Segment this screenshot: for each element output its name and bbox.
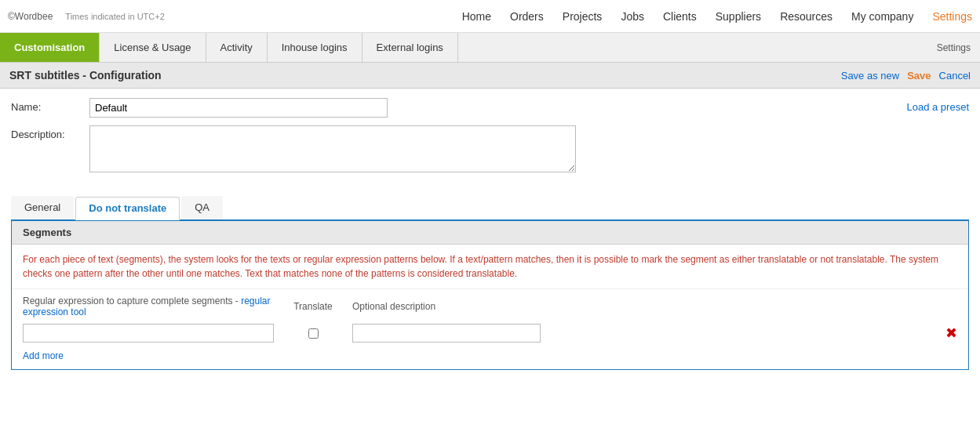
tab-customisation[interactable]: Customisation: [0, 33, 100, 62]
nav-clients[interactable]: Clients: [663, 10, 697, 23]
config-title: SRT subtitles - Configuration: [9, 69, 841, 82]
tab-license[interactable]: License & Usage: [100, 33, 206, 62]
nav-projects[interactable]: Projects: [563, 10, 603, 23]
settings-label: Settings: [927, 33, 980, 62]
brand: ©Wordbee: [8, 11, 53, 22]
timezone: Times indicated in UTC+2: [65, 12, 164, 21]
content-panel: Segments For each piece of text (segment…: [11, 221, 969, 370]
delete-row-button[interactable]: ✖: [945, 326, 957, 340]
tab-inhouse-logins[interactable]: Inhouse logins: [268, 33, 362, 62]
sub-tab-bar: General Do not translate QA: [11, 196, 969, 221]
top-nav: ©Wordbee Times indicated in UTC+2 Home O…: [0, 0, 980, 33]
nav-settings[interactable]: Settings: [932, 10, 972, 23]
save-button[interactable]: Save: [907, 70, 931, 82]
name-input[interactable]: [89, 98, 388, 118]
sub-tab-general[interactable]: General: [11, 196, 74, 219]
optional-desc-wrapper: [352, 324, 938, 343]
optional-col-header: Optional description: [352, 301, 926, 312]
segment-row: ✖: [12, 321, 968, 346]
nav-suppliers[interactable]: Suppliers: [716, 10, 761, 23]
save-as-new-button[interactable]: Save as new: [841, 70, 899, 82]
optional-desc-input[interactable]: [352, 324, 541, 343]
sub-tab-do-not-translate[interactable]: Do not translate: [75, 197, 180, 220]
name-label: Name:: [11, 98, 89, 113]
load-preset-link[interactable]: Load a preset: [906, 98, 969, 113]
tab-external-logins[interactable]: External logins: [362, 33, 458, 62]
nav-jobs[interactable]: Jobs: [621, 10, 644, 23]
nav-mycompany[interactable]: My company: [851, 10, 913, 23]
translate-checkbox[interactable]: [308, 328, 319, 339]
regex-col-header: Regular expression to capture complete s…: [23, 296, 274, 317]
tab-activity[interactable]: Activity: [206, 33, 268, 62]
config-header: SRT subtitles - Configuration Save as ne…: [0, 63, 980, 89]
nav-resources[interactable]: Resources: [780, 10, 832, 23]
form-area: Name: Load a preset Description:: [0, 89, 980, 190]
translate-checkbox-wrapper: [282, 328, 344, 339]
regex-input[interactable]: [23, 324, 274, 343]
main-tab-bar: Customisation License & Usage Activity I…: [0, 33, 980, 63]
translate-col-header: Translate: [282, 301, 344, 312]
cancel-button[interactable]: Cancel: [939, 70, 971, 82]
description-textarea[interactable]: [89, 125, 576, 172]
sub-tab-qa[interactable]: QA: [181, 196, 223, 219]
nav-home[interactable]: Home: [462, 10, 491, 23]
segments-col-headers: Regular expression to capture complete s…: [12, 289, 968, 321]
main-nav: Home Orders Projects Jobs Clients Suppli…: [462, 10, 972, 23]
add-more-link[interactable]: Add more: [12, 346, 75, 369]
nav-orders[interactable]: Orders: [510, 10, 544, 23]
segments-header: Segments: [12, 221, 968, 245]
description-row: Description:: [11, 125, 969, 172]
regex-label: Regular expression to capture complete s…: [23, 296, 241, 306]
config-actions: Save as new Save Cancel: [841, 70, 971, 82]
name-row: Name: Load a preset: [11, 98, 969, 118]
description-label: Description:: [11, 125, 89, 140]
segments-info: For each piece of text (segments), the s…: [12, 245, 968, 289]
